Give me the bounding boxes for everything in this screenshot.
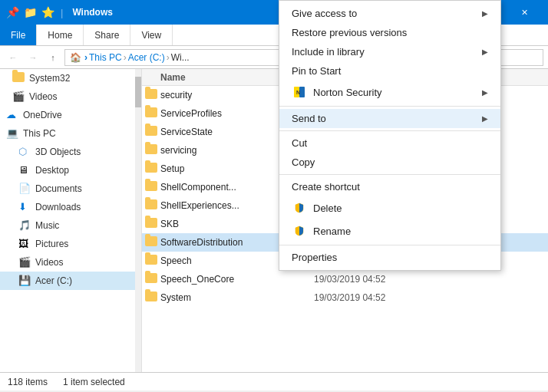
computer-icon: 💻 [6, 127, 18, 140]
status-bar: 118 items 1 item selected [0, 372, 548, 390]
onedrive-icon: ☁ [6, 109, 18, 121]
separator-3 [279, 174, 500, 175]
sidebar-item-system32[interactable]: System32 [0, 69, 141, 87]
folder-icon [145, 199, 157, 212]
folder-icon [145, 181, 157, 193]
documents-icon: 📄 [18, 183, 31, 195]
sidebar-item-desktop[interactable]: 🖥 Desktop [0, 161, 141, 180]
folder-icon [145, 292, 157, 304]
folder-icon [145, 144, 157, 156]
path-home-icon: 🏠 [70, 52, 81, 63]
ctx-properties[interactable]: Properties [279, 248, 500, 267]
ctx-pin-start[interactable]: Pin to Start [279, 61, 500, 81]
title-bar-title: Windows [72, 7, 113, 18]
path-separator: › [84, 52, 87, 63]
arrow-icon4: ▶ [482, 114, 488, 123]
arrow-icon: ▶ [482, 9, 488, 18]
path-sep-2: › [167, 52, 170, 63]
sidebar-item-music[interactable]: 🎵 Music [0, 216, 141, 235]
forward-button[interactable]: → [25, 49, 41, 66]
ctx-include-library[interactable]: Include in library ▶ [279, 42, 500, 61]
separator-1 [279, 106, 500, 107]
close-button[interactable]: ✕ [507, 0, 542, 25]
sidebar-item-pictures[interactable]: 🖼 Pictures [0, 235, 141, 253]
pin-icon: 📌 [6, 6, 19, 18]
ctx-give-access[interactable]: Give access to ▶ [279, 4, 500, 23]
folder-icon [145, 218, 157, 230]
arrow-icon2: ▶ [482, 48, 488, 56]
folder-icon [145, 126, 157, 138]
path-wi: Wi... [171, 52, 190, 63]
ctx-copy[interactable]: Copy [279, 153, 500, 172]
sidebar-item-documents[interactable]: 📄 Documents [0, 180, 141, 198]
folder-icon: 📁 [24, 6, 37, 18]
back-button[interactable]: ← [5, 49, 21, 66]
folder-icon [145, 163, 157, 175]
sidebar-item-3dobjects[interactable]: ⬡ 3D Objects [0, 143, 141, 161]
tab-file[interactable]: File [0, 25, 37, 45]
svg-text:N: N [296, 90, 300, 95]
file-name: System [160, 292, 314, 303]
file-item[interactable]: System 19/03/2019 04:52 [142, 288, 548, 307]
pictures-icon: 🖼 [18, 238, 31, 250]
ctx-cut[interactable]: Cut [279, 133, 500, 153]
separator-2 [279, 130, 500, 131]
sidebar-item-videos2[interactable]: 🎬 Videos [0, 253, 141, 272]
file-date: 19/03/2019 04:52 [314, 274, 429, 285]
ctx-restore-versions[interactable]: Restore previous versions [279, 23, 500, 42]
item-count: 118 items [8, 377, 48, 387]
tab-share[interactable]: Share [84, 25, 130, 45]
path-acer[interactable]: Acer (C:) [128, 52, 165, 63]
separator-icon: | [61, 7, 63, 18]
separator-4 [279, 245, 500, 245]
drive-icon: 💾 [18, 275, 31, 287]
selection-info: 1 item selected [63, 377, 125, 387]
arrow-icon3: ▶ [482, 88, 488, 97]
shield-delete-icon [292, 200, 307, 216]
ctx-send-to[interactable]: Send to ▶ [279, 109, 500, 128]
scrollbar-thumb [135, 77, 141, 107]
folder-icon [145, 255, 157, 267]
folder-icon [12, 72, 25, 84]
folder-icon [145, 236, 157, 249]
folder-icon [145, 107, 157, 120]
star-icon: ⭐ [41, 6, 54, 18]
music-icon: 🎵 [18, 219, 31, 232]
path-this-pc[interactable]: This PC [89, 52, 122, 63]
file-date: 19/03/2019 04:52 [314, 292, 429, 303]
up-button[interactable]: ↑ [45, 49, 61, 66]
folder-icon [145, 89, 157, 101]
path-sep-1: › [124, 52, 127, 63]
3dobjects-icon: ⬡ [18, 146, 31, 158]
tab-view[interactable]: View [130, 25, 173, 45]
norton-icon: N [292, 84, 307, 100]
file-name: Speech_OneCore [160, 274, 314, 285]
context-menu: Give access to ▶ Restore previous versio… [279, 0, 501, 271]
ctx-create-shortcut[interactable]: Create shortcut [279, 177, 500, 196]
file-item[interactable]: Speech_OneCore 19/03/2019 04:52 [142, 270, 548, 288]
desktop-icon: 🖥 [18, 164, 31, 176]
folder-icon [145, 273, 157, 285]
sidebar-item-thispc[interactable]: 💻 This PC [0, 124, 141, 143]
sidebar-item-videos1[interactable]: 🎬 Videos [0, 87, 141, 106]
sidebar-scrollbar[interactable] [135, 69, 141, 372]
sidebar-item-acer[interactable]: 💾 Acer (C:) [0, 272, 141, 290]
video-folder-icon: 🎬 [12, 91, 25, 103]
ctx-rename[interactable]: Rename [279, 219, 500, 242]
sidebar-item-onedrive[interactable]: ☁ OneDrive [0, 106, 141, 124]
sidebar-scroll[interactable]: System32 🎬 Videos ☁ OneDrive 💻 This PC ⬡… [0, 69, 141, 372]
sidebar-item-downloads[interactable]: ⬇ Downloads [0, 198, 141, 216]
sidebar: System32 🎬 Videos ☁ OneDrive 💻 This PC ⬡… [0, 69, 142, 372]
tab-home[interactable]: Home [37, 25, 84, 45]
shield-rename-icon [292, 223, 307, 239]
ctx-delete[interactable]: Delete [279, 196, 500, 219]
downloads-icon: ⬇ [18, 201, 31, 213]
ctx-norton[interactable]: N Norton Security ▶ [279, 81, 500, 104]
video-folder-icon2: 🎬 [18, 256, 31, 268]
